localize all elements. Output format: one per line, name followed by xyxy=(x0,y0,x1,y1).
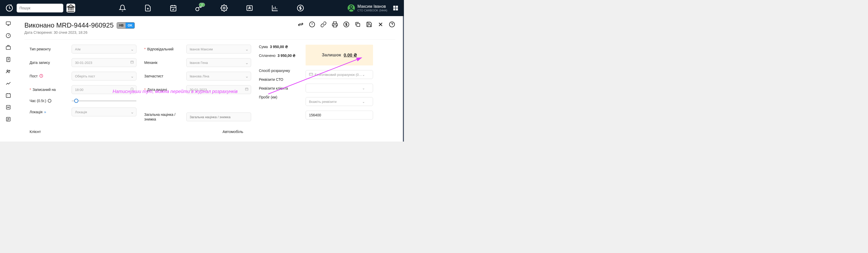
page-title: Виконано MRD-9444-960925 НВ OK xyxy=(24,21,135,29)
location-select[interactable] xyxy=(71,108,136,116)
contact-icon[interactable] xyxy=(246,4,253,12)
clock-icon xyxy=(39,74,43,79)
record-date-input[interactable] xyxy=(71,58,136,67)
svg-rect-18 xyxy=(6,94,11,98)
svg-point-5 xyxy=(249,7,250,8)
sidebar-calendar-icon[interactable] xyxy=(5,92,11,98)
repair-type-select[interactable] xyxy=(71,45,136,54)
col2: * Відповідальний ⌄ Механік ⌄ Запчастист … xyxy=(144,45,251,121)
bank-button[interactable] xyxy=(66,4,75,12)
chart-icon[interactable] xyxy=(271,4,279,12)
label-markup: Загальна націнка / знижка xyxy=(144,112,183,121)
label-location: Локація » xyxy=(30,110,68,114)
status-pills[interactable]: НВ OK xyxy=(117,22,135,29)
dollar-action-icon[interactable] xyxy=(343,21,349,28)
sto-req-select[interactable]: ⌄ xyxy=(306,84,373,92)
label-post: Пост xyxy=(30,74,68,79)
sidebar-list-icon[interactable] xyxy=(5,116,11,122)
link-icon[interactable] xyxy=(320,21,327,28)
apps-icon[interactable] xyxy=(393,5,399,11)
partsman-select[interactable] xyxy=(186,72,251,81)
pill-ok: OK xyxy=(126,23,134,28)
user-block[interactable]: Максим Іванов СТО CARBOOK (9444) xyxy=(348,4,387,12)
svg-rect-14 xyxy=(6,46,11,49)
pay-method-label: Спосіб розрахунку xyxy=(259,68,298,73)
col4: Залишок 0,00 ₴ Безготівковий розрахунок … xyxy=(306,45,373,121)
alert-icon[interactable] xyxy=(309,21,315,28)
label-booked-for: * Записаний на xyxy=(30,87,68,92)
label-mechanic: Механік xyxy=(144,60,183,65)
calendar-check-icon[interactable] xyxy=(169,4,177,12)
pay-method-select[interactable]: Безготівковий розрахунок (0.0... ⌄ xyxy=(306,70,373,79)
save-icon[interactable] xyxy=(366,21,372,28)
issue-date-input[interactable] xyxy=(186,85,251,94)
svg-rect-2 xyxy=(170,6,176,11)
logo-icon[interactable] xyxy=(5,4,13,12)
top-bar: 10 Максим Іванов СТО CARBOOK (9444) xyxy=(0,0,404,16)
card-icon xyxy=(309,72,313,77)
search-input[interactable] xyxy=(20,6,65,10)
svg-point-3 xyxy=(223,7,225,9)
post-select[interactable] xyxy=(71,72,136,81)
page-header: Виконано MRD-9444-960925 НВ OK Дата Ство… xyxy=(24,21,395,34)
sidebar-gauge-icon[interactable] xyxy=(5,33,11,38)
label-responsible: * Відповідальний xyxy=(144,47,183,51)
svg-rect-23 xyxy=(357,23,360,27)
form-panel: Тип ремонту ⌄ Дата запису Пост ⌄ * Запис… xyxy=(24,39,395,127)
sidebar-users-icon[interactable] xyxy=(5,68,11,74)
key-icon[interactable]: 10 xyxy=(195,4,203,12)
file-plus-icon[interactable] xyxy=(144,4,152,12)
chevron-down-icon: ⌄ xyxy=(362,73,365,77)
duration-slider[interactable] xyxy=(71,101,136,101)
sidebar-screen-icon[interactable] xyxy=(5,21,11,27)
balance-label: Залишок xyxy=(322,53,341,58)
mileage-label: Пробіг (км) xyxy=(259,95,298,99)
client-label: Клієнт xyxy=(30,129,41,134)
client-req-select[interactable]: Вкажіть реквізити⌄ xyxy=(306,97,373,106)
label-repair-type: Тип ремонту xyxy=(30,47,68,51)
booked-for-input[interactable] xyxy=(71,85,136,94)
label-partsman: Запчастист xyxy=(144,74,183,78)
print-icon[interactable] xyxy=(332,21,338,28)
content: Виконано MRD-9444-960925 НВ OK Дата Ство… xyxy=(17,16,404,142)
key-badge: 10 xyxy=(199,3,205,7)
svg-rect-12 xyxy=(6,22,11,25)
label-issue-date: * Дата видачі xyxy=(144,87,183,92)
avatar-icon xyxy=(348,4,355,12)
sidebar-trend-icon[interactable] xyxy=(5,81,11,86)
svg-rect-9 xyxy=(396,6,398,8)
auto-label: Автомобіль xyxy=(223,129,243,134)
label-record-date: Дата запису xyxy=(30,60,68,65)
responsible-select[interactable] xyxy=(186,45,251,54)
balance-value[interactable]: 0,00 ₴ xyxy=(344,53,357,58)
svg-point-17 xyxy=(9,70,10,71)
gear-icon[interactable] xyxy=(220,4,228,12)
help-icon[interactable] xyxy=(389,21,395,28)
col3: Сума 3 950,00 ₴ Сплачено 3 950,00 ₴ Спос… xyxy=(259,45,298,121)
sum-row: Сума 3 950,00 ₴ xyxy=(259,45,298,49)
copy-icon[interactable] xyxy=(354,21,361,28)
markup-input[interactable] xyxy=(186,112,251,121)
sidebar xyxy=(0,16,17,142)
mechanic-select[interactable] xyxy=(186,58,251,67)
svg-rect-29 xyxy=(309,73,313,75)
action-icons xyxy=(298,21,395,28)
sidebar-clipboard-icon[interactable] xyxy=(5,57,11,62)
sto-req-label: Реквізити СТО xyxy=(259,77,298,82)
svg-point-7 xyxy=(350,6,352,8)
user-name: Максим Іванов xyxy=(358,4,387,9)
swap-icon[interactable] xyxy=(298,21,304,28)
mileage-input[interactable] xyxy=(306,111,373,119)
search-input-wrap xyxy=(17,4,63,12)
user-text: Максим Іванов СТО CARBOOK (9444) xyxy=(358,4,387,12)
close-icon[interactable] xyxy=(377,21,384,28)
chevron-down-icon: ⌄ xyxy=(362,86,365,90)
bell-icon[interactable] xyxy=(119,4,126,12)
slider-thumb[interactable] xyxy=(74,99,79,103)
sidebar-transfer-icon[interactable] xyxy=(5,105,11,110)
top-icons: 10 xyxy=(79,4,344,12)
chevron-right-icon[interactable]: » xyxy=(44,110,46,114)
dollar-icon[interactable] xyxy=(297,4,304,12)
sidebar-briefcase-icon[interactable] xyxy=(5,45,11,50)
radio-icon[interactable] xyxy=(48,99,51,103)
